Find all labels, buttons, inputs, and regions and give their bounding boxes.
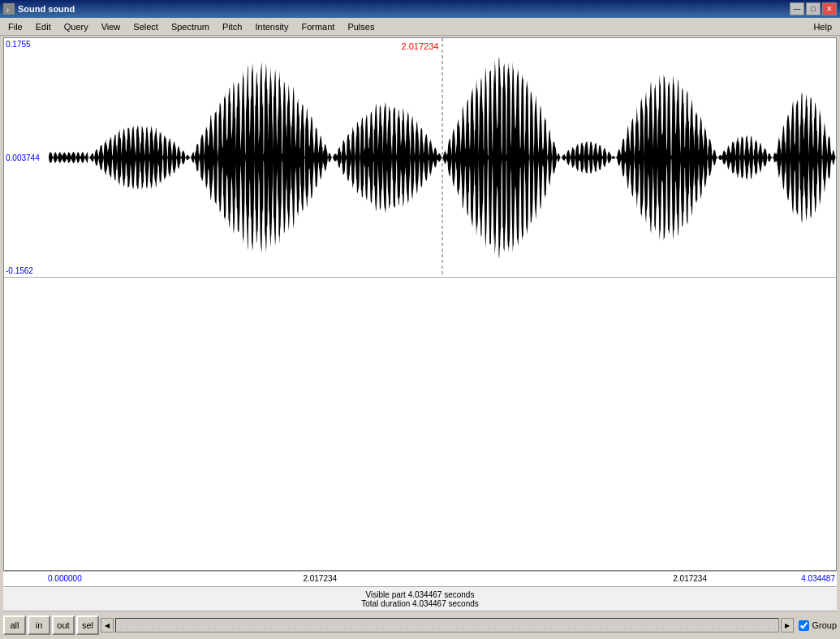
- maximize-button[interactable]: □: [806, 2, 821, 15]
- menu-select[interactable]: Select: [127, 20, 165, 33]
- viz-container[interactable]: 2.017234 0.1755 0.003744 -0.1562: [3, 37, 837, 571]
- waveform-y-bot: -0.1562: [6, 266, 47, 275]
- waveform-y-mid: 0.003744: [6, 153, 47, 162]
- scroll-left-button[interactable]: ◀: [101, 618, 114, 633]
- scroll-right-button[interactable]: ▶: [781, 618, 794, 633]
- menu-file[interactable]: File: [2, 20, 29, 33]
- title-bar-left: ♪ Sound sound: [3, 3, 75, 15]
- close-button[interactable]: ✕: [822, 2, 837, 15]
- timeline-right-center-label: 2.017234: [673, 574, 707, 583]
- total-duration-label: Total duration 4.034467 seconds: [361, 599, 479, 608]
- menu-help[interactable]: Help: [807, 20, 838, 33]
- zoom-in-button[interactable]: in: [28, 615, 50, 635]
- timeline-center-label: 2.017234: [303, 574, 337, 583]
- minimize-button[interactable]: —: [790, 2, 804, 15]
- title-bar: ♪ Sound sound — □ ✕: [0, 0, 840, 18]
- timeline-right: 4.034487: [801, 574, 835, 583]
- timeline-bar: 0.000000 2.017234 2.017234 4.034487: [3, 571, 837, 587]
- menu-bar: File Edit Query View Select Spectrum Pit…: [0, 18, 840, 36]
- menu-pitch[interactable]: Pitch: [216, 20, 248, 33]
- zoom-all-button[interactable]: all: [3, 615, 26, 635]
- zoom-sel-button[interactable]: sel: [76, 615, 99, 635]
- waveform-svg: [49, 38, 836, 277]
- window-title: Sound sound: [18, 4, 75, 14]
- waveform-y-axis: 0.1755 0.003744 -0.1562: [4, 38, 49, 277]
- visible-part-label: Visible part 4.034467 seconds: [366, 590, 475, 599]
- main-content: 2.017234 0.1755 0.003744 -0.1562: [0, 36, 840, 639]
- menu-pulses[interactable]: Pulses: [341, 20, 381, 33]
- group-area: Group: [799, 620, 837, 631]
- status-bar: Visible part 4.034467 seconds Total dura…: [3, 587, 837, 611]
- menu-formant[interactable]: Formant: [295, 20, 341, 33]
- timeline-center2: 2.017234: [673, 574, 707, 583]
- menu-query[interactable]: Query: [58, 20, 95, 33]
- menu-view[interactable]: View: [95, 20, 127, 33]
- group-label[interactable]: Group: [812, 620, 837, 630]
- svg-text:♪: ♪: [6, 6, 10, 14]
- group-checkbox[interactable]: [799, 620, 809, 631]
- waveform-panel[interactable]: 0.1755 0.003744 -0.1562: [4, 38, 836, 278]
- window-controls: — □ ✕: [790, 2, 837, 15]
- waveform-y-top: 0.1755: [6, 40, 47, 49]
- zoom-out-button[interactable]: out: [52, 615, 75, 635]
- bottom-controls: all in out sel ◀ ▶ Group: [0, 611, 840, 639]
- app-icon: ♪: [3, 3, 15, 15]
- timeline-left: 0.000000: [48, 574, 82, 583]
- waveform-canvas-area[interactable]: [49, 38, 836, 277]
- menu-edit[interactable]: Edit: [29, 20, 58, 33]
- scrollbar-track[interactable]: [115, 618, 779, 633]
- menu-intensity[interactable]: Intensity: [248, 20, 295, 33]
- timeline-center1: 2.017234: [303, 574, 337, 583]
- menu-spectrum[interactable]: Spectrum: [165, 20, 216, 33]
